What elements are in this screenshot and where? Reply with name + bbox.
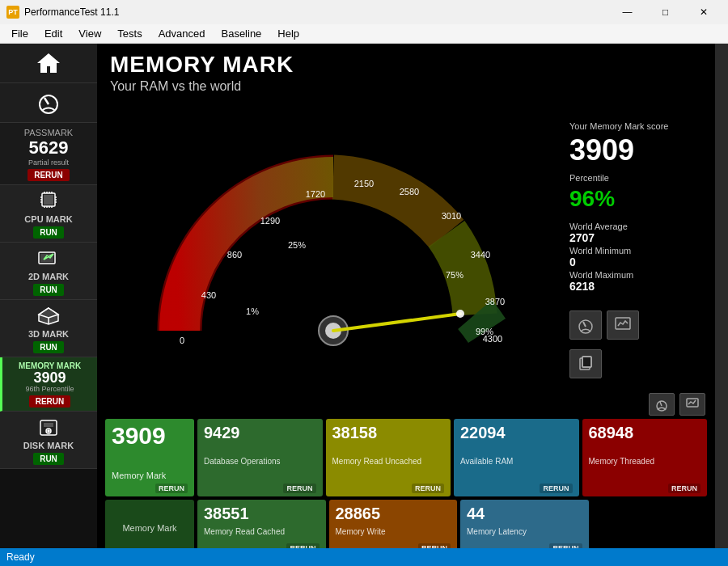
svg-line-2 (44, 98, 49, 104)
read-uncached-name: Memory Read Uncached (332, 457, 445, 466)
memory-rerun-button[interactable]: RERUN (29, 395, 71, 408)
app-title: PerformanceTest 11.1 (24, 6, 119, 18)
tile-read-cached[interactable]: 38551 Memory Read Cached RERUN (197, 500, 326, 548)
speedometer-small-icon[interactable] (649, 393, 675, 416)
main-rerun-button[interactable]: RERUN (155, 484, 188, 493)
2d-icon (36, 247, 61, 270)
write-score: 28865 (336, 505, 451, 523)
app-icon: PT (6, 6, 19, 19)
2d-run-button[interactable]: RUN (33, 284, 64, 296)
passmark-score: 5629 (29, 137, 69, 158)
svg-text:75%: 75% (446, 270, 463, 280)
copy-icon-button[interactable] (569, 349, 602, 378)
svg-text:3010: 3010 (442, 211, 461, 221)
svg-text:1720: 1720 (306, 189, 325, 199)
page-subtitle: Your RAM vs the world (110, 79, 702, 94)
svg-point-47 (456, 310, 464, 318)
latency-score: 44 (467, 505, 582, 523)
row2-filler (592, 500, 708, 548)
sidebar-item-2d: 2D MARK RUN (0, 243, 97, 300)
score-value: 3909 (569, 136, 634, 165)
percentile-label: Percentile (569, 173, 609, 183)
world-average-label: World Average (569, 222, 633, 231)
world-maximum-value: 6218 (569, 280, 633, 293)
svg-text:860: 860 (227, 250, 242, 260)
tile-avail-ram[interactable]: 22094 Available RAM RERUN (454, 419, 579, 496)
latency-rerun-button[interactable]: RERUN (549, 543, 582, 548)
threaded-score: 68948 (589, 424, 701, 442)
disk-icon (36, 416, 61, 439)
sidebar-item-memory: MEMORY MARK 3909 96th Percentile RERUN (0, 357, 97, 412)
status-bar: Ready (0, 548, 728, 566)
menu-view[interactable]: View (70, 24, 109, 44)
read-uncached-rerun-button[interactable]: RERUN (412, 484, 444, 493)
tile-write[interactable]: 28865 Memory Write RERUN (329, 500, 458, 548)
3d-run-button[interactable]: RUN (33, 341, 64, 353)
svg-text:99%: 99% (476, 327, 493, 336)
tile-memory-mark[interactable]: 3909 Memory Mark RERUN (105, 419, 194, 496)
menu-advanced[interactable]: Advanced (150, 24, 214, 44)
menu-edit[interactable]: Edit (36, 24, 70, 44)
tile-read-uncached[interactable]: 38158 Memory Read Uncached RERUN (326, 419, 451, 496)
3d-label: 3D MARK (28, 329, 69, 339)
write-name: Memory Write (336, 527, 451, 536)
maximize-button[interactable]: □ (647, 0, 684, 24)
memory-percentile: 96th Percentile (25, 385, 74, 393)
scrollbar[interactable] (715, 44, 728, 548)
disk-run-button[interactable]: RUN (33, 453, 64, 465)
svg-text:2580: 2580 (400, 187, 419, 196)
svg-text:0: 0 (180, 336, 184, 345)
menu-help[interactable]: Help (269, 24, 307, 44)
svg-marker-0 (37, 53, 60, 73)
svg-point-28 (48, 430, 49, 432)
speedometer-icon-button[interactable] (569, 310, 602, 340)
write-rerun-button[interactable]: RERUN (418, 543, 451, 548)
world-minimum-value: 0 (569, 256, 633, 268)
percentile-value: 96% (569, 188, 615, 210)
sidebar-item-3d: 3D MARK RUN (0, 300, 97, 357)
title-bar: PT PerformanceTest 11.1 — □ ✕ (0, 0, 728, 24)
minimize-button[interactable]: — (609, 0, 645, 24)
svg-text:430: 430 (201, 290, 216, 300)
tile-latency[interactable]: 44 Memory Latency RERUN (460, 500, 589, 548)
tiles-row2: Memory Mark 38551 Memory Read Cached RER… (105, 500, 707, 548)
sidebar-item-home[interactable] (0, 44, 97, 83)
read-cached-score: 38551 (204, 505, 320, 523)
status-text: Ready (6, 551, 35, 563)
svg-text:1290: 1290 (260, 216, 280, 226)
2d-label: 2D MARK (28, 272, 69, 281)
tile-threaded[interactable]: 68948 Memory Threaded RERUN (582, 419, 708, 496)
close-button[interactable]: ✕ (685, 0, 722, 24)
svg-text:2150: 2150 (354, 179, 374, 188)
tiles-row1: 3909 Memory Mark RERUN 9429 Database Ope… (105, 419, 707, 496)
chart-icon-button[interactable] (607, 310, 639, 340)
main-name: Memory Mark (112, 471, 188, 480)
svg-text:3440: 3440 (471, 250, 490, 260)
menu-tests[interactable]: Tests (109, 24, 150, 44)
menu-file[interactable]: File (3, 24, 36, 44)
cpu-run-button[interactable]: RUN (33, 226, 64, 239)
bottom-tiles: 3909 Memory Mark RERUN 9429 Database Ope… (97, 386, 715, 548)
latency-name: Memory Latency (467, 527, 582, 536)
linechart-small-icon[interactable] (679, 393, 705, 416)
threaded-rerun-button[interactable]: RERUN (668, 484, 700, 493)
world-minimum-label: World Minimum (569, 246, 633, 256)
svg-text:3870: 3870 (485, 297, 505, 306)
disk-label: DISK MARK (23, 441, 74, 450)
page-title: MEMORY MARK (110, 52, 702, 78)
sidebar-item-passmark: PASSMARK 5629 Partial result RERUN (0, 123, 97, 185)
3d-icon (36, 305, 61, 327)
menu-baseline[interactable]: Baseline (213, 24, 269, 44)
gauge-container: These are decorative 0 430 860 1290 1720… (105, 97, 561, 386)
tile-database[interactable]: 9429 Database Operations RERUN (197, 419, 323, 496)
passmark-rerun-button[interactable]: RERUN (28, 169, 70, 181)
avail-ram-rerun-button[interactable]: RERUN (540, 484, 572, 493)
db-rerun-button[interactable]: RERUN (283, 484, 315, 493)
avail-ram-score: 22094 (460, 424, 573, 442)
read-uncached-score: 38158 (332, 424, 445, 442)
score-panel: Your Memory Mark score 3909 Percentile 9… (561, 97, 707, 386)
sidebar-item-gauge[interactable] (0, 83, 97, 123)
read-cached-rerun-button[interactable]: RERUN (286, 543, 319, 548)
threaded-name: Memory Threaded (589, 457, 701, 466)
gauge-chart: These are decorative 0 430 860 1290 1720… (139, 129, 527, 355)
